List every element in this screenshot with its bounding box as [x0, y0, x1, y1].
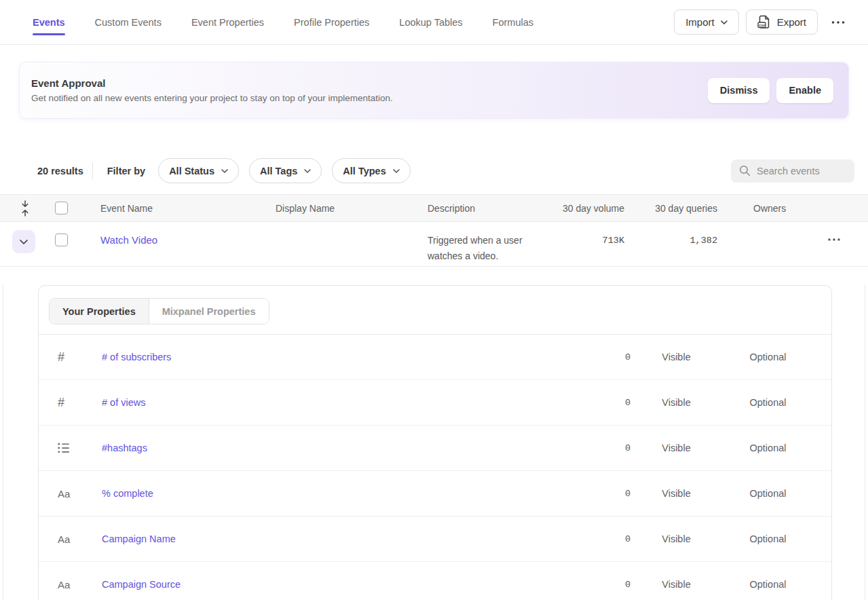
banner-description: Get notified on all new events entering … [31, 93, 393, 103]
tags-filter-label: All Tags [260, 166, 297, 176]
visibility-setting[interactable]: Visible [630, 488, 722, 499]
svg-text:csv: csv [759, 23, 766, 27]
tab-custom-events[interactable]: Custom Events [95, 0, 162, 44]
column-header-event-name[interactable]: Event Name [80, 203, 276, 214]
chevron-down-icon [221, 169, 228, 173]
tab-mixpanel-properties[interactable]: Mixpanel Properties [149, 299, 269, 324]
tab-events[interactable]: Events [33, 0, 65, 44]
property-name-link[interactable]: #hashtags [102, 443, 147, 453]
import-label: Import [685, 16, 715, 28]
dismiss-button[interactable]: Dismiss [708, 78, 770, 103]
property-value: 0 [563, 398, 630, 408]
property-name-link[interactable]: % complete [102, 488, 153, 499]
search-icon [739, 165, 751, 176]
banner-title: Event Approval [31, 77, 393, 89]
event-30-day-queries: 1,382 [624, 236, 717, 246]
column-header-description[interactable]: Description [428, 203, 556, 214]
more-options-button[interactable] [826, 17, 850, 28]
types-filter-label: All Types [343, 166, 385, 176]
column-header-display-name[interactable]: Display Name [276, 203, 428, 214]
requirement-setting[interactable]: Optional [722, 533, 814, 544]
export-label: Export [777, 16, 806, 28]
chevron-down-icon [304, 169, 311, 173]
types-filter-dropdown[interactable]: All Types [332, 158, 410, 183]
requirement-setting[interactable]: Optional [722, 397, 814, 408]
column-header-owners[interactable]: Owners [717, 203, 808, 214]
number-type-icon: # [58, 350, 102, 364]
search-input[interactable] [757, 166, 846, 176]
row-checkbox[interactable] [55, 233, 68, 246]
tab-profile-properties[interactable]: Profile Properties [294, 0, 369, 44]
topnav-actions: Import csv Export [674, 10, 850, 35]
csv-file-icon: csv [757, 15, 771, 29]
top-navigation: Events Custom Events Event Properties Pr… [0, 0, 868, 45]
property-row: # # of subscribers 0 Visible Optional [39, 335, 831, 380]
lexicon-events-page: Events Custom Events Event Properties Pr… [0, 0, 868, 600]
property-value: 0 [563, 580, 630, 590]
properties-tabs: Your Properties Mixpanel Properties [49, 298, 269, 324]
enable-button[interactable]: Enable [776, 78, 833, 103]
property-value: 0 [563, 443, 630, 453]
property-value: 0 [563, 534, 630, 544]
export-button[interactable]: csv Export [746, 10, 818, 35]
status-filter-dropdown[interactable]: All Status [158, 158, 239, 183]
property-name-link[interactable]: # of views [102, 397, 145, 408]
requirement-setting[interactable]: Optional [722, 488, 814, 499]
banner-actions: Dismiss Enable [708, 78, 833, 103]
results-count: 20 results [37, 166, 83, 176]
select-all-checkbox[interactable] [55, 202, 68, 214]
import-button[interactable]: Import [674, 10, 739, 35]
collapse-all-icon [20, 200, 30, 217]
event-description: Triggered when a user watches a video. [428, 233, 556, 263]
property-row: Aa % complete 0 Visible Optional [39, 471, 831, 517]
number-type-icon: # [58, 396, 102, 410]
banner-text: Event Approval Get notified on all new e… [31, 77, 393, 103]
properties-tabbar: Your Properties Mixpanel Properties [39, 286, 831, 335]
tags-filter-dropdown[interactable]: All Tags [249, 158, 322, 183]
collapse-all-button[interactable] [19, 199, 31, 218]
search-box[interactable] [731, 160, 854, 183]
event-approval-banner: Event Approval Get notified on all new e… [19, 62, 849, 119]
requirement-setting[interactable]: Optional [722, 579, 814, 590]
tab-your-properties[interactable]: Your Properties [50, 299, 149, 324]
event-30-day-volume: 713K [556, 236, 624, 246]
visibility-setting[interactable]: Visible [630, 443, 722, 453]
property-row: # # of views 0 Visible Optional [39, 380, 831, 426]
property-row: #hashtags 0 Visible Optional [39, 426, 831, 471]
row-more-button[interactable] [827, 237, 842, 242]
visibility-setting[interactable]: Visible [630, 352, 722, 362]
requirement-setting[interactable]: Optional [722, 352, 814, 362]
property-name-link[interactable]: Campaign Source [102, 579, 181, 590]
ellipsis-icon [828, 238, 840, 241]
text-type-icon: Aa [58, 488, 102, 500]
tab-lookup-tables[interactable]: Lookup Tables [399, 0, 462, 44]
property-name-link[interactable]: # of subscribers [102, 352, 171, 362]
ellipsis-icon [831, 21, 845, 24]
requirement-setting[interactable]: Optional [722, 443, 814, 453]
tab-event-properties[interactable]: Event Properties [191, 0, 264, 44]
chevron-down-icon [20, 240, 28, 244]
events-table-header: Event Name Display Name Description 30 d… [0, 194, 868, 222]
properties-card: Your Properties Mixpanel Properties # # … [38, 285, 832, 600]
visibility-setting[interactable]: Visible [630, 579, 722, 590]
expanded-event-panel: Your Properties Mixpanel Properties # # … [3, 285, 865, 600]
visibility-setting[interactable]: Visible [630, 397, 722, 408]
tab-formulas[interactable]: Formulas [493, 0, 533, 44]
text-type-icon: Aa [58, 579, 102, 590]
filter-toolbar: 20 results Filter by All Status All Tags… [37, 158, 854, 183]
property-value: 0 [563, 352, 630, 362]
event-row-watch-video: Watch Video Triggered when a user watche… [0, 222, 868, 267]
column-header-30-day-queries[interactable]: 30 day queries [624, 203, 717, 214]
chevron-down-icon [721, 20, 728, 24]
column-header-30-day-volume[interactable]: 30 day volume [556, 203, 624, 214]
event-name-link[interactable]: Watch Video [100, 234, 157, 246]
status-filter-label: All Status [169, 166, 214, 176]
text-type-icon: Aa [58, 533, 102, 545]
list-type-icon [58, 443, 102, 453]
property-row: Aa Campaign Name 0 Visible Optional [39, 517, 831, 562]
collapse-row-button[interactable] [12, 230, 35, 253]
filter-by-label: Filter by [107, 166, 145, 176]
property-row: Aa Campaign Source 0 Visible Optional [39, 562, 831, 600]
visibility-setting[interactable]: Visible [630, 533, 722, 544]
property-name-link[interactable]: Campaign Name [102, 533, 176, 544]
